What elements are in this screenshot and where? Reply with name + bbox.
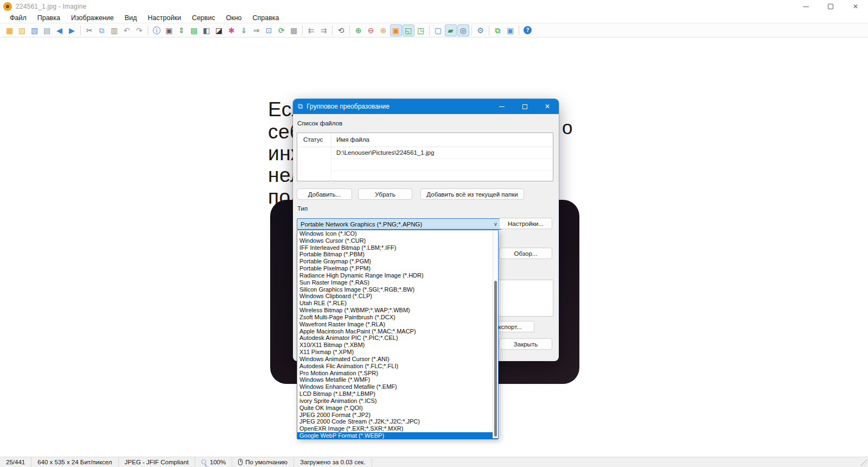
resize-grip[interactable]	[860, 459, 867, 466]
browse-icon[interactable]: ▦	[4, 24, 16, 36]
next-image-icon[interactable]: ▶	[66, 24, 78, 36]
screen-capture-icon[interactable]: ▣	[505, 24, 516, 36]
help-icon[interactable]: ?	[522, 24, 534, 36]
format-option[interactable]: Windows Clipboard (*.CLP)	[297, 293, 498, 300]
settings-button[interactable]: Настройки...	[499, 218, 552, 229]
close-dialog-button[interactable]: Закрыть	[499, 338, 552, 350]
zoom-out-icon[interactable]: ⊖	[365, 24, 377, 36]
format-option[interactable]: Autodesk Animator PIC (*.PIC;*.CEL)	[297, 335, 498, 342]
scrollbar-thumb[interactable]	[494, 281, 497, 437]
capture-frame-icon[interactable]: ▣	[163, 24, 175, 36]
next-frame-icon[interactable]: ⇉	[318, 24, 330, 36]
save-icon[interactable]: ▧	[29, 24, 41, 36]
dialog-maximize-button[interactable]	[513, 99, 536, 114]
menu-file[interactable]: Файл	[4, 14, 32, 22]
resize-image-icon[interactable]: ⇕	[176, 24, 188, 36]
format-option[interactable]: Quite OK Image (*.QOI)	[297, 405, 498, 412]
format-option[interactable]: Google WebP Format (*.WEBP)	[297, 432, 498, 439]
cut-icon[interactable]: ✂	[84, 24, 95, 36]
format-option[interactable]: IFF Interleaved Bitmap (*.LBM;*.IFF)	[297, 244, 498, 251]
format-option[interactable]: Radiance High Dynamic Range Image (*.HDR…	[297, 272, 498, 279]
format-option[interactable]: X11 Pixmap (*.XPM)	[297, 349, 498, 356]
wrench-icon[interactable]: ⚙	[475, 24, 487, 36]
dialog-minimize-button[interactable]	[490, 99, 513, 114]
format-option[interactable]: Windows Enhanced Metafile (*.EMF)	[297, 383, 498, 390]
format-option[interactable]: ivory Sprite Animation (*.ICS)	[297, 397, 498, 405]
file-list[interactable]: Статус Имя файла D:\Lenouser\Pictures\22…	[297, 132, 553, 181]
format-option[interactable]: Silicon Graphics Image (*.SGI;*.RGB;*.BW…	[297, 286, 498, 293]
negative-icon[interactable]: ◪	[213, 24, 225, 36]
format-option[interactable]: Pro Motion Animation (*.SPR)	[297, 370, 498, 377]
zoom-in-icon[interactable]: ⊕	[353, 24, 365, 36]
mouse-icon	[238, 459, 242, 465]
remove-button[interactable]: Убрать	[358, 188, 412, 200]
file-row[interactable]: D:\Lenouser\Pictures\224561_1.jpg	[297, 147, 553, 159]
dither-icon[interactable]: ▩	[288, 24, 300, 36]
browse-button[interactable]: Обзор...	[499, 248, 552, 259]
minimize-button[interactable]	[793, 0, 818, 13]
format-option[interactable]: LCD Bitmap (*.LBM;*.LBMP)	[297, 390, 498, 397]
format-option[interactable]: Windows Animated Cursor (*.ANI)	[297, 356, 498, 363]
info-icon[interactable]: ⓘ	[151, 24, 163, 36]
format-option[interactable]: Autodesk Flic Animation (*.FLC;*.FLI)	[297, 363, 498, 370]
rotate-icon[interactable]: ⟲	[335, 24, 347, 36]
add-all-button[interactable]: Добавить всё из текущей папки	[420, 188, 524, 200]
monitor-icon[interactable]: ▢	[432, 24, 444, 36]
undo-icon[interactable]: ↶	[121, 24, 133, 36]
format-option[interactable]: Wavefront Raster Image (*.RLA)	[297, 321, 498, 328]
print-image-icon[interactable]: ▤	[188, 24, 200, 36]
batch-convert-icon[interactable]: ⧉	[492, 24, 504, 36]
menu-image[interactable]: Изображение	[66, 14, 119, 22]
previous-frame-icon[interactable]: ⇇	[305, 24, 317, 36]
app-flower-icon	[3, 2, 12, 11]
export-down-icon[interactable]: ⇓	[238, 24, 250, 36]
copy-icon[interactable]: ⧉	[96, 24, 108, 36]
format-option[interactable]: Sun Raster Image (*.RAS)	[297, 279, 498, 286]
screen-loupe-icon[interactable]: ◎	[457, 24, 469, 36]
menubar: ФайлПравкаИзображениеВидНастройкиСервисО…	[0, 13, 868, 23]
grayscale-icon[interactable]: ◧	[201, 24, 213, 36]
dialog-close-button[interactable]: ✕	[536, 99, 559, 114]
format-option[interactable]: Windows Cursor (*.CUR)	[297, 237, 498, 244]
dialog-titlebar[interactable]: ⧉ Групповое преобразование ✕	[293, 99, 559, 114]
refresh-icon[interactable]: ⟳	[276, 24, 288, 36]
restore-button[interactable]	[818, 0, 843, 13]
format-option[interactable]: JPEG 2000 Code Stream (*.J2K;*.J2C;*.JPC…	[297, 418, 498, 425]
previous-image-icon[interactable]: ◀	[54, 24, 66, 36]
format-option[interactable]: Portable Pixelmap (*.PPM)	[297, 265, 498, 272]
add-button[interactable]: Добавить...	[297, 188, 352, 200]
format-option[interactable]: Windows Metafile (*.WMF)	[297, 376, 498, 383]
dropdown-scrollbar[interactable]	[493, 230, 498, 438]
zoom-custom-icon[interactable]: ⊛	[378, 24, 390, 36]
print-icon[interactable]: ▤	[41, 24, 53, 36]
menu-view[interactable]: Вид	[119, 14, 143, 22]
format-option[interactable]: Portable Graymap (*.PGM)	[297, 258, 498, 265]
format-option[interactable]: Utah RLE (*.RLE)	[297, 300, 498, 307]
format-option[interactable]: Apple Macintosh MacPaint (*.MAC;*.MACP)	[297, 328, 498, 335]
menu-settings[interactable]: Настройки	[142, 14, 186, 22]
open-folder-icon[interactable]: ▨	[16, 24, 28, 36]
close-button[interactable]: ✕	[843, 0, 868, 13]
menu-service[interactable]: Сервис	[187, 14, 221, 22]
format-option[interactable]: OpenEXR Image (*.EXR;*.SXR;*.MXR)	[297, 425, 498, 432]
format-option[interactable]: Portable Bitmap (*.PBM)	[297, 251, 498, 258]
menu-edit[interactable]: Правка	[32, 14, 66, 22]
format-option[interactable]: X10/X11 Bitmap (*.XBM)	[297, 342, 498, 349]
menu-window[interactable]: Окно	[220, 14, 247, 22]
format-option[interactable]: Windows Icon (*.ICO)	[297, 230, 498, 237]
format-option[interactable]: Wireless Bitmap (*.WBMP;*.WAP;*.WBM)	[297, 307, 498, 314]
file-name-cell: D:\Lenouser\Pictures\224561_1.jpg	[331, 147, 553, 159]
paste-icon[interactable]: ▥	[108, 24, 120, 36]
fit-window-icon[interactable]: ◱	[403, 24, 414, 36]
fit-image-icon[interactable]: ▣	[390, 24, 402, 36]
fullscreen-icon[interactable]: ▰	[445, 24, 457, 36]
expand-window-icon[interactable]: ◳	[415, 24, 427, 36]
preview-icon[interactable]: ⊡	[263, 24, 275, 36]
format-option[interactable]: Zsoft Multi-Page Paintbrush (*.DCX)	[297, 314, 498, 321]
menu-help[interactable]: Справка	[247, 14, 285, 22]
redo-icon[interactable]: ↷	[133, 24, 145, 36]
palette-icon[interactable]: ✱	[226, 24, 238, 36]
format-combobox[interactable]: Portable Network Graphics (*.PNG;*.APNG)…	[297, 218, 502, 230]
acquire-icon[interactable]: ⇒	[251, 24, 263, 36]
format-option[interactable]: JPEG 2000 Format (*.JP2)	[297, 412, 498, 419]
